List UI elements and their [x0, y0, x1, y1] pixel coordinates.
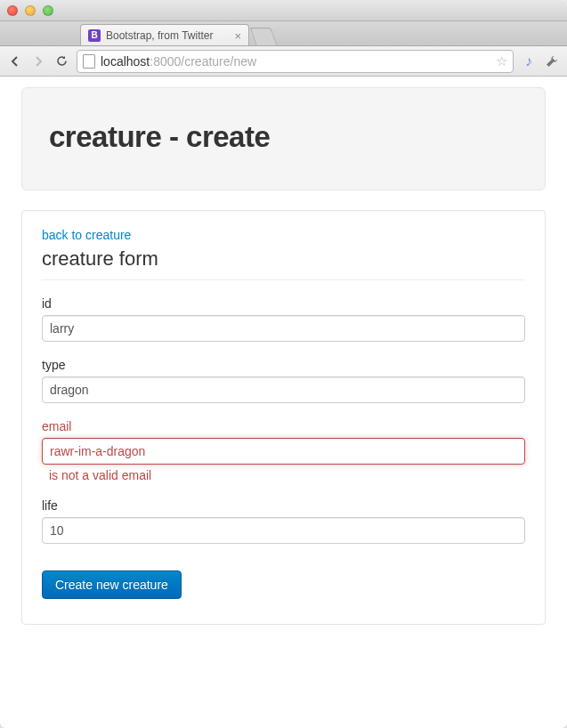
forward-button[interactable]: [30, 53, 46, 69]
field-id: id: [42, 296, 525, 342]
label-life: life: [42, 498, 525, 513]
input-email[interactable]: [42, 438, 525, 465]
page-title: creature - create: [49, 120, 518, 154]
reload-button[interactable]: [53, 53, 69, 69]
address-bar[interactable]: localhost:8000/creature/new ☆: [77, 50, 514, 73]
hero-unit: creature - create: [21, 87, 546, 190]
url-host: localhost: [101, 54, 150, 69]
back-to-creature-link[interactable]: back to creature: [42, 228, 131, 242]
close-icon[interactable]: ×: [234, 29, 241, 43]
input-id[interactable]: [42, 315, 525, 342]
window-titlebar: [0, 0, 567, 21]
tab-strip: B Bootstrap, from Twitter ×: [0, 21, 567, 46]
error-email: is not a valid email: [49, 468, 525, 482]
field-email: email is not a valid email: [42, 419, 525, 482]
page-icon: [83, 54, 95, 69]
label-id: id: [42, 296, 525, 311]
browser-tab[interactable]: B Bootstrap, from Twitter ×: [80, 24, 249, 45]
bookmark-star-icon[interactable]: ☆: [496, 53, 507, 69]
window-minimize-button[interactable]: [25, 5, 36, 16]
input-type[interactable]: [42, 376, 525, 403]
field-life: life: [42, 498, 525, 544]
traffic-lights: [7, 5, 53, 16]
form-title: creature form: [42, 247, 525, 280]
browser-window: B Bootstrap, from Twitter × localhost:80…: [0, 0, 567, 728]
field-type: type: [42, 358, 525, 403]
window-close-button[interactable]: [7, 5, 18, 16]
input-life[interactable]: [42, 517, 525, 544]
wrench-icon[interactable]: [544, 53, 560, 69]
new-tab-button[interactable]: [249, 28, 277, 45]
url-path: :8000/creature/new: [150, 54, 256, 69]
form-well: back to creature creature form id type e…: [21, 210, 546, 625]
tab-title: Bootstrap, from Twitter: [106, 29, 214, 42]
back-button[interactable]: [7, 53, 23, 69]
music-note-icon[interactable]: ♪: [521, 53, 537, 69]
window-zoom-button[interactable]: [43, 5, 53, 16]
label-type: type: [42, 358, 525, 372]
tab-favicon: B: [88, 29, 101, 42]
submit-button[interactable]: Create new creature: [42, 570, 182, 599]
page-content: creature - create back to creature creat…: [0, 77, 567, 646]
label-email: email: [42, 419, 525, 433]
browser-toolbar: localhost:8000/creature/new ☆ ♪: [0, 46, 567, 77]
